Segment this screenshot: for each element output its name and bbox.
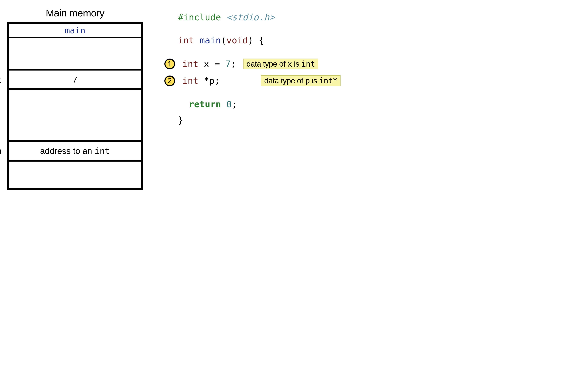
code-return-semi: ;: [232, 99, 237, 109]
memory-blank-row: [9, 161, 141, 188]
code-section: #include <stdio.h> int main(void) { 1 in…: [164, 7, 340, 131]
code-return-line: return 0;: [164, 99, 340, 109]
code-include-kw: #include: [178, 13, 221, 22]
code-l1-rest: x =: [198, 59, 225, 69]
memory-x-label: x: [0, 74, 1, 85]
code-l1-type: int: [182, 59, 198, 69]
memory-section: Main memory main x 7 p address to an int: [7, 7, 143, 190]
note1-var: x: [287, 59, 292, 68]
code-return-kw: return: [189, 99, 221, 109]
code-sig-void: void: [226, 36, 248, 45]
memory-x-value: 7: [73, 75, 77, 84]
step-marker-2: 2: [164, 76, 175, 86]
memory-p-value-type: int: [94, 146, 110, 156]
note2-prefix: data type of: [264, 76, 305, 85]
diagram-container: Main memory main x 7 p address to an int: [7, 7, 581, 190]
note2-type: int*: [319, 76, 337, 85]
code-line-2: 2 int *p; data type of p is int*: [164, 75, 340, 86]
note2-mid: is: [310, 76, 319, 85]
code-sig-type: int: [178, 36, 194, 45]
note1-mid: is: [292, 60, 301, 68]
memory-title: Main memory: [46, 7, 104, 19]
step-marker-1: 1: [164, 59, 175, 69]
code-brace-close: }: [178, 115, 183, 125]
memory-p-value: address to an int: [40, 146, 110, 156]
code-sig-name: main: [199, 36, 221, 45]
code-l1-semi: ;: [231, 59, 236, 69]
code-main-signature: int main(void) {: [164, 36, 340, 45]
memory-blank-row: [9, 90, 141, 142]
code-l2-rest: *p;: [198, 76, 220, 86]
memory-p-label: p: [0, 145, 2, 156]
note-box-2: data type of p is int*: [261, 75, 340, 86]
code-include-line: #include <stdio.h>: [164, 13, 340, 22]
code-return-val: 0: [221, 99, 232, 109]
memory-blank-row: [9, 38, 141, 70]
note2-var: p: [305, 76, 310, 85]
note1-prefix: data type of: [246, 60, 287, 68]
memory-p-row: p address to an int: [9, 142, 141, 161]
code-line-1: 1 int x = 7; data type of x is int: [164, 59, 340, 69]
code-close-brace: }: [164, 115, 340, 125]
note-box-1: data type of x is int: [243, 59, 318, 69]
code-include-header: <stdio.h>: [226, 13, 275, 22]
code-l1-val: 7: [225, 59, 231, 69]
code-paren-open: (: [221, 36, 226, 45]
code-paren-close-brace: ) {: [248, 36, 264, 45]
memory-box: main x 7 p address to an int: [7, 22, 143, 190]
memory-header-row: main: [9, 24, 141, 38]
memory-x-row: x 7: [9, 70, 141, 90]
memory-wrapper: main x 7 p address to an int: [7, 22, 143, 190]
note1-type: int: [301, 59, 315, 68]
code-l2-type: int: [182, 76, 198, 86]
memory-p-value-text: address to an: [40, 146, 94, 156]
